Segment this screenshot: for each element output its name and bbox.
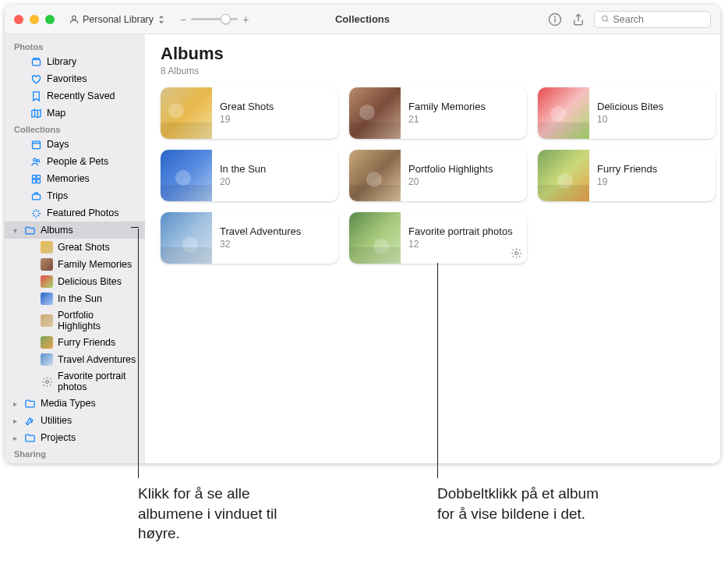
folder-icon — [23, 431, 36, 444]
svg-point-22 — [359, 105, 375, 120]
minimize-window-button[interactable] — [30, 15, 39, 24]
bookmark-icon — [30, 90, 42, 102]
sidebar-album-favorite-portrait[interactable]: Favorite portrait photos — [5, 368, 145, 395]
album-card[interactable]: Family Memories21 — [349, 87, 527, 139]
album-text: Favorite portrait photos12 — [401, 225, 521, 250]
svg-rect-38 — [161, 247, 212, 264]
sidebar-album-great-shots[interactable]: Great Shots — [5, 239, 145, 256]
album-thumb-icon — [41, 258, 53, 271]
svg-rect-8 — [32, 141, 40, 148]
sidebar-label: Favorites — [47, 73, 87, 84]
titlebar: Personal Library − + Collections — [5, 5, 720, 34]
sidebar-label: Memories — [47, 173, 90, 184]
sidebar-section-sharing: Sharing — [5, 446, 145, 460]
search-input[interactable] — [594, 11, 711, 28]
search-icon — [601, 14, 610, 24]
sidebar-item-map[interactable]: Map — [5, 105, 145, 122]
album-count-label: 8 Albums — [161, 66, 705, 76]
sidebar-section-photos: Photos — [5, 39, 145, 53]
chevron-right-icon[interactable]: ▸ — [11, 417, 19, 425]
album-count: 20 — [220, 176, 266, 189]
sidebar-label: Travel Adventures — [58, 354, 136, 365]
sidebar-item-library[interactable]: Library — [5, 53, 145, 70]
chevron-right-icon[interactable]: ▸ — [11, 434, 19, 442]
album-thumb-icon — [41, 336, 53, 349]
album-name: Portfolio Highlights — [408, 163, 493, 176]
main-content: Albums 8 Albums Great Shots19 Family Mem… — [145, 34, 720, 463]
sidebar-item-recently-saved[interactable]: Recently Saved — [5, 87, 145, 105]
sidebar-label: Projects — [41, 432, 76, 443]
sidebar-label: Trips — [47, 190, 68, 201]
album-text: In the Sun20 — [212, 163, 274, 188]
album-card[interactable]: Furry Friends19 — [538, 150, 716, 201]
album-text: Portfolio Highlights20 — [401, 163, 500, 188]
window-controls — [14, 15, 55, 24]
smart-album-gear-icon — [510, 246, 522, 259]
sidebar-item-favorites[interactable]: Favorites — [5, 70, 145, 87]
album-thumb-icon — [41, 353, 53, 366]
album-count: 12 — [408, 239, 513, 251]
album-text: Travel Adventures32 — [212, 225, 309, 250]
album-name: In the Sun — [220, 163, 266, 176]
album-thumbnail — [538, 150, 589, 201]
sidebar-album-family-memories[interactable]: Family Memories — [5, 256, 145, 273]
svg-rect-12 — [32, 175, 35, 178]
album-card[interactable]: Great Shots19 — [161, 87, 338, 139]
svg-rect-15 — [37, 179, 40, 183]
sidebar-album-travel-adventures[interactable]: Travel Adventures — [5, 351, 145, 368]
sparkle-icon — [30, 207, 42, 219]
sidebar-item-shared-albums[interactable]: ▸Shared Albums — [5, 460, 145, 463]
svg-line-5 — [606, 20, 608, 22]
sidebar-item-media-types[interactable]: ▸Media Types — [5, 395, 145, 412]
share-button[interactable] — [571, 12, 586, 27]
sidebar-album-in-the-sun[interactable]: In the Sun — [5, 290, 145, 307]
info-icon — [548, 12, 562, 27]
album-card[interactable]: Favorite portrait photos12 — [349, 212, 527, 264]
chevron-down-icon[interactable]: ▾ — [11, 226, 19, 235]
sidebar-item-memories[interactable]: Memories — [5, 170, 145, 187]
album-card[interactable]: Delicious Bites10 — [538, 87, 716, 139]
album-name: Delicious Bites — [597, 101, 663, 114]
zoom-slider-thumb[interactable] — [221, 14, 231, 24]
library-label: Personal Library — [83, 14, 154, 25]
album-count: 19 — [220, 114, 274, 126]
svg-point-3 — [555, 16, 556, 16]
callout-left: Klikk for å se alle albumene i vinduet t… — [138, 484, 317, 544]
zoom-minus-icon[interactable]: − — [180, 13, 186, 26]
person-icon — [69, 14, 80, 25]
sidebar-item-projects[interactable]: ▸Projects — [5, 429, 145, 446]
album-count: 10 — [597, 114, 663, 126]
album-name: Great Shots — [220, 101, 274, 114]
chevron-right-icon[interactable]: ▸ — [11, 399, 19, 408]
sidebar-label: Map — [47, 108, 65, 119]
zoom-control[interactable]: − + — [180, 13, 249, 26]
sidebar-item-days[interactable]: Days — [5, 136, 145, 153]
svg-point-0 — [72, 16, 76, 20]
zoom-plus-icon[interactable]: + — [242, 13, 249, 26]
album-thumbnail — [161, 212, 212, 264]
shared-folder-icon — [23, 463, 36, 463]
album-name: Furry Friends — [597, 163, 657, 176]
album-card[interactable]: Portfolio Highlights20 — [349, 150, 527, 201]
sidebar-item-trips[interactable]: Trips — [5, 187, 145, 204]
album-card[interactable]: Travel Adventures32 — [161, 212, 338, 264]
library-selector[interactable]: Personal Library — [64, 12, 169, 27]
people-icon — [30, 155, 42, 168]
sidebar-item-featured-photos[interactable]: Featured Photos — [5, 204, 145, 222]
sidebar-label: People & Pets — [47, 156, 108, 167]
sidebar-album-delicious-bites[interactable]: Delicious Bites — [5, 273, 145, 290]
map-icon — [30, 107, 42, 119]
fullscreen-window-button[interactable] — [45, 15, 55, 24]
sidebar-item-albums[interactable]: ▾ Albums — [5, 222, 145, 239]
sidebar-album-portfolio-highlights[interactable]: Portfolio Highlights — [5, 307, 145, 334]
search-field[interactable] — [613, 14, 704, 25]
sidebar-album-furry-friends[interactable]: Furry Friends — [5, 334, 145, 351]
library-icon — [30, 55, 42, 68]
album-card[interactable]: In the Sun20 — [161, 150, 338, 201]
sidebar-item-people-pets[interactable]: People & Pets — [5, 153, 145, 170]
sidebar-label: Featured Photos — [47, 207, 118, 218]
zoom-slider[interactable] — [191, 18, 238, 20]
close-window-button[interactable] — [14, 15, 23, 24]
info-button[interactable] — [547, 12, 563, 27]
sidebar-item-utilities[interactable]: ▸Utilities — [5, 412, 145, 429]
